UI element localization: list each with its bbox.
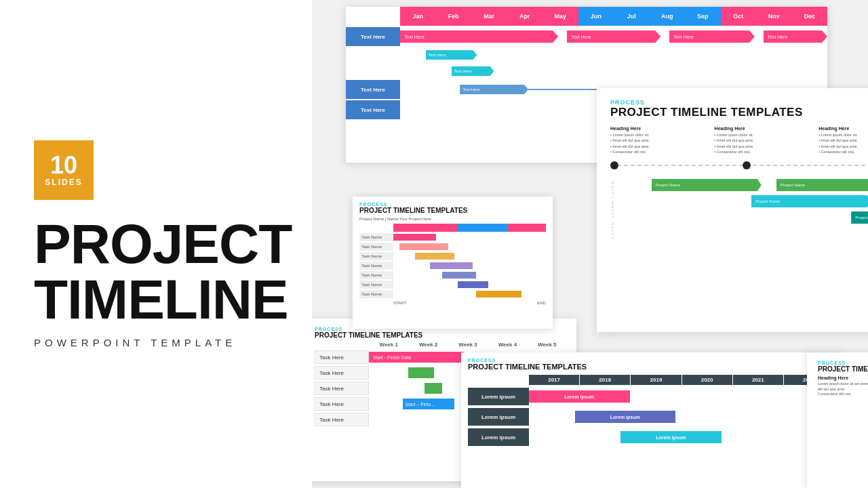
cm4 <box>431 224 444 232</box>
dot-1 <box>610 161 618 169</box>
month-oct: Oct <box>721 7 757 26</box>
slide-count-badge: 10 SLIDES <box>34 140 94 200</box>
task-bar-text-1: Start - Finish Date <box>373 355 411 360</box>
ctask-bar-5 <box>442 272 476 279</box>
bar-text-row1-1: Text Here <box>400 35 425 39</box>
gantt-label-row2 <box>346 47 400 62</box>
start-end-labels: START END <box>393 301 546 305</box>
ctask-label-4: Task Name <box>359 262 393 270</box>
dark-row-2: Lorem ipsum Lorem ipsum <box>468 408 834 426</box>
center-months-header <box>393 224 546 232</box>
ctask-row-4: Task Name <box>359 262 546 270</box>
gantt-bar-row4: Text Here <box>460 85 528 94</box>
slide-count-number: 10 <box>50 153 77 178</box>
years-header: 2017 2018 2019 2020 2021 2022 <box>529 375 834 385</box>
ctask-bar-7 <box>476 291 522 298</box>
dark-bar-2: Lorem ipsum <box>575 411 676 423</box>
dark-bar-text-3: Lorem ipsum <box>656 435 686 440</box>
task-bar-2 <box>408 367 434 378</box>
hd-title-3: Heading Here <box>818 126 868 131</box>
subtitle-text: POWERPOINT TEMPLATE <box>34 337 236 348</box>
dark-label-1: Lorem ipsum <box>468 388 529 405</box>
bar-text-row3: Text Here <box>452 69 472 73</box>
heading-col-3: Heading Here • Lorem ipsum dolor sit.• A… <box>818 126 868 155</box>
cm12 <box>533 224 546 232</box>
process-label-botright: Process <box>818 361 868 365</box>
ctask-bar-4 <box>430 262 473 269</box>
hd-title-2: Heading Here <box>715 126 814 131</box>
ctask-row-7: Task Name <box>359 290 546 298</box>
start-label: START <box>393 301 406 305</box>
cm6 <box>457 224 470 232</box>
task-bar-text-4: Start – Finis... <box>406 402 435 407</box>
ctask-area-2 <box>393 243 546 251</box>
main-title: PROJECT TIMELINE <box>34 216 292 327</box>
dark-bar-1: Lorem ipsum <box>529 390 630 403</box>
gantt-bar-row1-1: Text Here <box>400 30 558 43</box>
slide-dot-timeline[interactable]: Process PROJECT TIMELINE TEMPLATES Headi… <box>597 88 868 332</box>
task-bar-4: Start – Finis... <box>403 399 454 409</box>
slide-year-gantt[interactable]: Process PROJECT TIMELINE TEMPLATES 2017 … <box>461 352 841 488</box>
year-2020: 2020 <box>682 375 732 385</box>
v-labels: Lorem Lorem Lorem <box>610 179 624 240</box>
slide-title-botright: PROJECT TIMELINE TEMPLATES <box>818 365 868 373</box>
task-bar-3 <box>425 383 442 394</box>
end-label: END <box>537 301 546 305</box>
left-panel: 10 SLIDES PROJECT TIMELINE POWERPOINT TE… <box>0 0 312 488</box>
ctask-label-6: Task Name <box>359 281 393 289</box>
ctask-area-3 <box>393 252 546 260</box>
gantt-label-row3 <box>346 64 400 79</box>
v-label-2: Lorem <box>610 200 624 218</box>
gantt-bar-row1-4: Text Here <box>764 30 828 43</box>
botright-hd-1: Heading Here Lorem ipsum dolor sit am am… <box>818 375 868 397</box>
year-2021: 2021 <box>733 375 783 385</box>
v-label-3: Lorem <box>610 220 624 239</box>
task-label-4: Task Here <box>315 397 369 411</box>
year-2017: 2017 <box>529 375 579 385</box>
ctask-row-1: Task Name <box>359 233 546 241</box>
bar-text-row1-3: Text Here <box>669 35 694 39</box>
slide-dot-timeline-2[interactable]: Process PROJECT TIMELINE TEMPLATES Headi… <box>807 352 868 488</box>
month-sep: Sep <box>685 7 721 26</box>
ctask-row-2: Task Name <box>359 243 546 251</box>
ctask-area-7 <box>393 290 546 298</box>
cm9 <box>495 224 508 232</box>
dot-line <box>610 165 868 166</box>
ctask-label-7: Task Name <box>359 290 393 298</box>
botright-hd-body-1: Lorem ipsum dolor sit am amet.elit dul q… <box>818 382 868 397</box>
month-feb: Feb <box>436 7 472 26</box>
month-jan: Jan <box>400 7 436 26</box>
ctask-area-5 <box>393 271 546 279</box>
ctask-bar-6 <box>458 281 488 288</box>
v-label-1: Lorem <box>610 180 624 198</box>
slide-gantt-center[interactable]: Process PROJECT TIMELINE TEMPLATES Proje… <box>353 197 553 329</box>
start-end-spacer <box>406 301 537 305</box>
ctask-label-3: Task Name <box>359 252 393 260</box>
proj-bar-g1: Project Name <box>652 179 762 191</box>
ctask-row-6: Task Name <box>359 281 546 289</box>
bar-text-row2: Text Here <box>426 53 446 57</box>
proj-text-t1: Project Name <box>851 216 868 220</box>
task-label-3: Task Here <box>315 382 369 395</box>
dark-row-1: Lorem ipsum Lorem ipsum <box>468 388 834 405</box>
proj-bar-c1: Project Name <box>751 195 868 207</box>
year-2019: 2019 <box>631 375 681 385</box>
dark-area-1: Lorem ipsum <box>529 388 834 405</box>
slide-title-center: PROJECT TIMELINE TEMPLATES <box>359 207 546 214</box>
cm2 <box>406 224 419 232</box>
weeks-header: Week 1 Week 2 Week 3 Week 4 Week 5 <box>369 342 567 348</box>
ctask-label-2: Task Name <box>359 243 393 251</box>
dark-bar-3: Lorem ipsum <box>620 431 722 443</box>
cm11 <box>521 224 534 232</box>
ctask-row-5: Task Name <box>359 271 546 279</box>
hd-body-1: • Lorem ipsum dolor sit.• Amet elit dul … <box>610 132 709 155</box>
botright-headings: Heading Here Lorem ipsum dolor sit am am… <box>818 375 868 397</box>
hd-body-2: • Lorem ipsum dolor sit.• Amet elit dul … <box>715 132 814 155</box>
month-dec: Dec <box>792 7 828 26</box>
gantt-label-row4: Text Here <box>346 80 400 99</box>
dark-area-3: Lorem ipsum <box>529 428 834 446</box>
cm8 <box>482 224 495 232</box>
proj-text-c1: Project Name <box>751 199 780 203</box>
ctask-label-1: Task Name <box>359 233 393 241</box>
title-line2: TIMELINE <box>34 272 292 327</box>
